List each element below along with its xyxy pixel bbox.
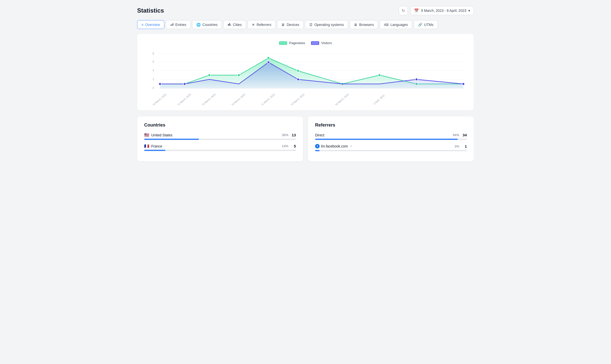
referrer-direct-progress-bg: [315, 139, 467, 140]
svg-point-19: [238, 74, 240, 76]
svg-point-23: [378, 74, 381, 76]
bottom-cards: Countries 🇺🇸 United States 36% 13: [137, 116, 474, 161]
country-fr-count: 5: [291, 144, 296, 148]
country-fr-stats: 14% 5: [282, 144, 296, 148]
countries-icon: 🌐: [196, 23, 201, 27]
country-us-count: 13: [291, 133, 296, 137]
referrer-direct-name: Direct: [315, 133, 324, 137]
svg-point-21: [297, 70, 299, 72]
country-us-label: 🇺🇸 United States: [144, 133, 172, 137]
chart-svg: 8 6 4 2 0: [145, 50, 466, 105]
chart-card: Pageviews Visitors 8 6 4 2 0: [137, 34, 474, 110]
cities-icon: [228, 22, 231, 27]
svg-point-27: [184, 83, 186, 85]
svg-text:21 March, 2023: 21 March, 2023: [261, 93, 276, 105]
country-fr-progress-bg: [144, 150, 296, 151]
svg-rect-1: [171, 24, 172, 26]
legend-visitors: Visitors: [311, 41, 332, 45]
referrer-facebook-header: f lm.facebook.com ↗ 3% 1: [315, 144, 467, 148]
legend-pageviews: Pageviews: [279, 41, 305, 45]
tab-languages-label: Languages: [390, 23, 408, 27]
page-header: Statistics ↻ 📅 9 March, 2023 - 8 April, …: [137, 6, 474, 15]
facebook-icon: f: [315, 144, 320, 148]
svg-text:4: 4: [152, 69, 154, 72]
svg-point-29: [297, 78, 299, 81]
date-range-button[interactable]: 📅 9 March, 2023 - 8 April, 2023 ▾: [410, 6, 474, 15]
tabs-navigation: ≡ Overview Entries 🌐 Countries: [137, 20, 474, 29]
svg-text:18 March, 2023: 18 March, 2023: [231, 93, 246, 105]
svg-text:8: 8: [152, 52, 154, 55]
country-fr-label: 🇫🇷 France: [144, 144, 162, 148]
date-range-label: 9 March, 2023 - 8 April, 2023: [421, 9, 466, 13]
referrer-facebook-pct: 3%: [454, 144, 459, 148]
tab-entries[interactable]: Entries: [166, 20, 191, 29]
languages-icon: AB: [384, 23, 389, 27]
svg-text:10 March, 2023: 10 March, 2023: [152, 93, 167, 105]
tab-cities[interactable]: Cities: [223, 20, 246, 29]
referrer-row-facebook: f lm.facebook.com ↗ 3% 1: [315, 144, 467, 151]
utms-icon: 🔗: [418, 23, 422, 27]
svg-text:2: 2: [152, 78, 154, 81]
referrer-facebook-name: lm.facebook.com: [321, 144, 348, 148]
svg-point-18: [208, 74, 211, 76]
devices-icon: 🖥: [281, 23, 285, 27]
tab-utms-label: UTMs: [424, 23, 433, 27]
header-actions: ↻ 📅 9 March, 2023 - 8 April, 2023 ▾: [399, 6, 474, 15]
referrer-row-direct: Direct 94% 34: [315, 133, 467, 140]
tab-operating-systems[interactable]: ☰ Operating systems: [305, 20, 348, 29]
country-us-name: United States: [151, 133, 172, 137]
pageviews-legend-box: [279, 41, 287, 45]
tab-utms[interactable]: 🔗 UTMs: [414, 20, 438, 29]
referrer-direct-header: Direct 94% 34: [315, 133, 467, 137]
tab-browsers[interactable]: 🖥 Browsers: [350, 20, 378, 29]
referrer-direct-count: 34: [462, 133, 467, 137]
svg-rect-2: [173, 23, 173, 26]
tab-os-label: Operating systems: [314, 23, 344, 27]
entries-icon: [170, 22, 174, 27]
referrer-facebook-progress-fill: [315, 150, 320, 151]
svg-rect-0: [170, 25, 171, 26]
tab-countries-label: Countries: [202, 23, 218, 27]
countries-card: Countries 🇺🇸 United States 36% 13: [137, 116, 303, 161]
tab-countries[interactable]: 🌐 Countries: [192, 20, 222, 29]
svg-text:0: 0: [152, 86, 154, 89]
tab-devices-label: Devices: [287, 23, 299, 27]
referrer-facebook-label: f lm.facebook.com ↗: [315, 144, 352, 148]
svg-rect-4: [229, 23, 230, 26]
visitors-legend-box: [311, 41, 319, 45]
svg-point-31: [462, 83, 465, 85]
overview-icon: ≡: [141, 23, 143, 27]
tab-languages[interactable]: AB Languages: [380, 20, 412, 29]
country-fr-pct: 14%: [282, 144, 288, 148]
tab-browsers-label: Browsers: [359, 23, 374, 27]
country-row-us-header: 🇺🇸 United States 36% 13: [144, 133, 296, 137]
referrers-card: Referrers Direct 94% 34: [308, 116, 474, 161]
country-fr-name: France: [151, 144, 162, 148]
chart-area: 8 6 4 2 0: [145, 50, 466, 105]
tab-overview-label: Overview: [145, 23, 160, 27]
country-row-us: 🇺🇸 United States 36% 13: [144, 133, 296, 140]
referrer-facebook-count: 1: [462, 144, 467, 148]
chart-legend: Pageviews Visitors: [145, 41, 466, 45]
svg-rect-5: [230, 24, 231, 26]
tab-entries-label: Entries: [175, 23, 187, 27]
country-us-progress-fill: [144, 139, 199, 140]
referrers-icon: ✕: [252, 23, 255, 27]
tab-cities-label: Cities: [233, 23, 242, 27]
tab-overview[interactable]: ≡ Overview: [137, 20, 164, 29]
tab-devices[interactable]: 🖥 Devices: [277, 20, 303, 29]
svg-point-20: [267, 57, 270, 59]
tab-referrers[interactable]: ✕ Referrers: [248, 20, 276, 29]
us-flag: 🇺🇸: [144, 133, 149, 137]
tab-referrers-label: Referrers: [257, 23, 271, 27]
referrer-direct-pct: 94%: [453, 133, 459, 137]
svg-text:23 March, 2023: 23 March, 2023: [290, 93, 305, 105]
browsers-icon: 🖥: [354, 23, 357, 27]
os-icon: ☰: [309, 23, 313, 27]
fr-flag: 🇫🇷: [144, 144, 149, 148]
svg-rect-3: [228, 24, 229, 26]
refresh-button[interactable]: ↻: [399, 6, 408, 15]
referrer-facebook-progress-bg: [315, 150, 467, 151]
country-row-fr-header: 🇫🇷 France 14% 5: [144, 144, 296, 148]
page-title: Statistics: [137, 7, 164, 14]
